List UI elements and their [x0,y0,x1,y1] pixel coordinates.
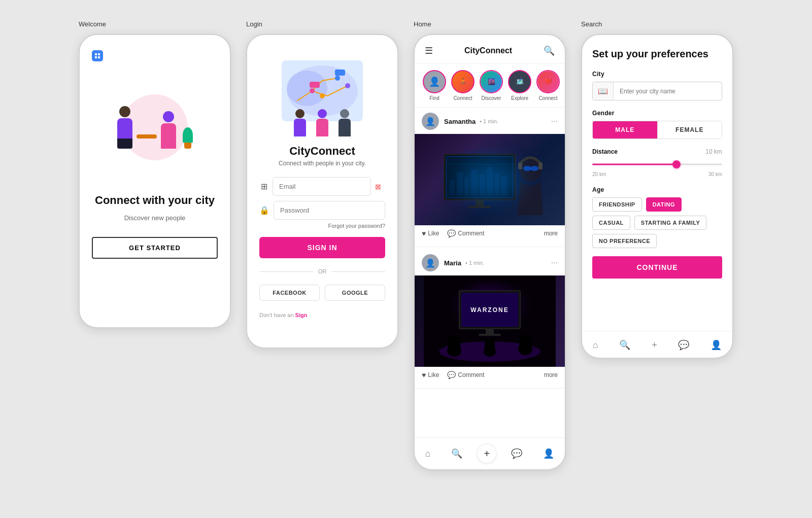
book-icon: 📖 [593,82,614,100]
search-nav-chat[interactable]: 💬 [673,337,694,353]
plant-pot [184,143,191,149]
story-explore[interactable]: 🗺️ Explore [508,70,531,101]
welcome-subtitle: Discover new people [124,214,186,222]
story-label-find: Find [429,95,439,101]
pref-content: Set up your preferences City 📖 Gender MA… [582,35,732,327]
svg-point-31 [530,166,538,171]
post-2-like-btn[interactable]: ♥ Like [422,371,439,379]
plant-leaves [183,127,193,143]
gender-female-btn[interactable]: FEMALE [658,121,722,139]
svg-point-8 [345,83,350,88]
or-line-right [331,271,385,272]
slider-track [592,164,722,165]
fig3-head [340,109,349,118]
svg-rect-3 [98,56,100,58]
login-fig-2 [316,109,328,136]
search-nav-home-icon: ⌂ [593,340,598,351]
age-pref-section: Age FRIENDSHIP DATING CASUAL STARTING A … [592,186,722,248]
svg-rect-28 [518,162,522,169]
or-divider: OR [259,268,385,274]
search-nav-profile-icon: 👤 [710,339,722,351]
welcome-illustration [99,72,211,183]
email-error-icon: ⊠ [375,183,385,191]
search-phone: Set up your preferences City 📖 Gender MA… [581,34,733,359]
age-label: Age [592,186,722,193]
pref-title: Set up your preferences [592,47,722,60]
email-input[interactable] [273,177,371,196]
nav-profile-icon: 👤 [543,448,554,459]
post-2-actions: ♥ Like 💬 Comment more [415,367,565,383]
post-1-comment-btn[interactable]: 💬 Comment [447,229,484,237]
sign-in-button[interactable]: SIGN IN [259,237,385,258]
story-avatar-find: 👤 [423,70,446,93]
age-btn-casual[interactable]: CASUAL [592,216,630,230]
story-find[interactable]: 👤 Find [423,70,446,101]
search-nav-profile[interactable]: 👤 [705,337,727,353]
google-button[interactable]: GOOGLE [325,285,385,301]
login-fig-1 [294,109,306,136]
svg-rect-11 [335,70,345,76]
age-btn-friendship[interactable]: FRIENDSHIP [592,197,642,212]
gender-male-btn[interactable]: MALE [593,121,657,139]
post-2-more-action[interactable]: more [544,371,558,378]
story-discover[interactable]: 🌆 Discover [480,70,503,101]
svg-rect-46 [485,339,495,353]
svg-rect-26 [468,206,491,208]
post-2-image: WARZONE [415,275,565,367]
person2 [161,111,176,149]
svg-rect-1 [98,53,100,55]
facebook-button[interactable]: FACEBOOK [259,285,320,301]
post-1-more-btn[interactable]: ··· [551,117,558,126]
lock-icon: 🔒 [259,205,269,215]
or-line-left [259,271,313,272]
svg-rect-38 [486,329,494,334]
post-2-more-btn[interactable]: ··· [551,258,558,267]
search-nav-home[interactable]: ⌂ [588,338,603,353]
age-btn-starting-family[interactable]: STARTING A FAMILY [634,216,706,230]
continue-button[interactable]: CONTINUE [592,256,722,279]
search-label: Search [581,20,602,28]
home-app-title: CityConnect [464,46,512,55]
post-1-like-btn[interactable]: ♥ Like [422,229,439,237]
post-2-header: 👤 Maria • 1 min. ··· [415,249,565,275]
person2-head [163,111,174,122]
sign-up-link[interactable]: Sign [295,312,308,318]
story-label-connect: Connect [453,95,472,101]
password-row: 🔒 [259,201,385,220]
hamburger-icon[interactable]: ☰ [423,43,435,58]
person1 [117,106,132,149]
search-nav-add[interactable]: + [647,338,662,353]
home-search-icon[interactable]: 🔍 [542,43,557,58]
age-buttons: FRIENDSHIP DATING CASUAL STARTING A FAMI… [592,197,722,248]
login-figures [294,109,351,136]
comment-icon-2: 💬 [447,371,456,379]
nav-home-btn[interactable]: ⌂ [419,446,437,461]
story-avatar-connect: 🏃 [451,70,475,93]
feed-scroll: 👤 Samantha • 1 min. ··· [415,108,565,437]
story-avatar-connect2: ❤️ [536,70,560,93]
password-input[interactable] [274,201,385,220]
age-btn-no-preference[interactable]: NO PREFERENCE [592,234,657,248]
nav-add-btn[interactable]: + [477,444,496,463]
nav-profile-btn[interactable]: 👤 [537,446,560,461]
fig1-body [294,119,306,136]
person2-body [161,123,176,149]
warzone-scene: WARZONE [415,275,565,367]
slider-thumb[interactable] [672,160,681,168]
search-nav-search[interactable]: 🔍 [614,337,635,353]
story-connect2[interactable]: ❤️ Connect [536,70,560,101]
distance-slider[interactable] [592,159,722,169]
story-connect[interactable]: 🏃 Connect [451,70,475,101]
post-1-actions: ♥ Like 💬 Comment more [415,225,565,241]
post-2-avatar: 👤 [422,254,439,271]
nav-chat-btn[interactable]: 💬 [505,446,528,461]
nav-search-btn[interactable]: 🔍 [445,446,468,461]
city-input[interactable] [614,84,722,99]
post-1-more-action[interactable]: more [544,230,558,237]
post-2-comment-btn[interactable]: 💬 Comment [447,371,484,379]
forgot-password-link[interactable]: Forgot your password? [259,223,385,229]
stories-row: 👤 Find 🏃 Connect 🌆 Discover [415,64,565,108]
get-started-button[interactable]: GET STARTED [92,237,218,259]
age-btn-dating[interactable]: DATING [646,197,682,212]
login-screen-wrapper: Login [246,20,398,349]
